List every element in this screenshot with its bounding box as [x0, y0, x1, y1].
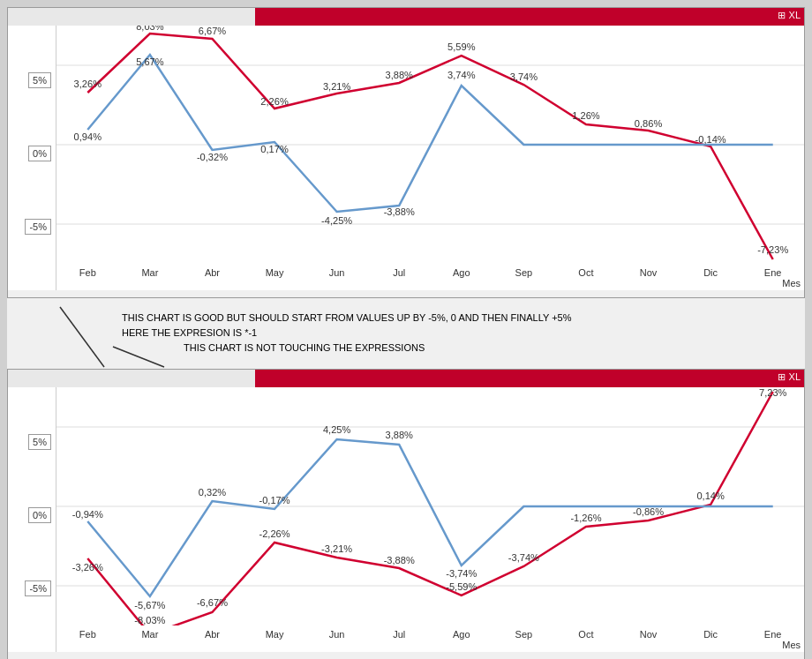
x-label-dic1: Dic — [680, 267, 742, 278]
chart1-red-label-sep: 3,74% — [510, 71, 538, 82]
chart2-red-label-ago: -5,59% — [446, 581, 477, 592]
y-label-0pct: 0% — [28, 146, 51, 161]
x-label-sep2: Sep — [492, 629, 555, 640]
chart1-red-label-dic: -0,14% — [695, 134, 726, 145]
chart2-y-label-neg5pct: -5% — [25, 580, 51, 596]
chart1-header-bar — [255, 8, 804, 26]
chart1-x-axis: Feb Mar Abr May Jun Jul Ago Sep Oct Nov … — [56, 264, 804, 290]
annotation2-text: THIS CHART IS NOT TOUCHING THE EXPRESSIO… — [184, 342, 425, 353]
chart2-red-label-ene: 7,23% — [759, 387, 787, 398]
x-label-nov2: Nov — [617, 629, 680, 640]
x-label-ene1: Ene — [741, 267, 804, 278]
chart2-svg-area: -3,26% -8,03% -6,67% -2,26% -3,21% -3,88… — [56, 387, 804, 625]
chart1-header: ⊞ XL — [8, 8, 804, 26]
chart1-red-label-jun: 3,21% — [323, 81, 351, 92]
chart2-red-label-sep: -3,74% — [508, 552, 539, 563]
annotation-area: THIS CHART IS GOOD BUT SHOULD START FROM… — [7, 298, 805, 369]
x-label-jun2: Jun — [305, 629, 368, 640]
chart1-blue-line — [87, 55, 772, 212]
chart1-blue-label-may: 0,17% — [260, 144, 289, 154]
chart2-red-label-may: -2,26% — [259, 528, 289, 539]
chart1-blue-label-ago2: 3,74% — [447, 70, 476, 80]
chart2-y-label-5pct: 5% — [28, 434, 51, 450]
x-label-may2: May — [244, 629, 306, 640]
x-label-mar2: Mar — [119, 629, 182, 640]
chart2-blue-label-ago2: -3,74% — [446, 568, 477, 579]
chart2-body: 5% 0% -5% -3,26% -8,03% -6,67% -2,26% -3… — [8, 387, 804, 652]
x-label-nov1: Nov — [617, 267, 680, 278]
x-label-jul1: Jul — [368, 267, 431, 278]
chart2-red-label-dic: 0,14% — [696, 491, 725, 501]
x-label-oct2: Oct — [555, 629, 618, 640]
chart2-header-icon: ⊞ XL — [778, 371, 801, 383]
chart2-header: ⊞ XL — [8, 370, 804, 387]
x-label-may1: May — [244, 267, 306, 278]
chart1-header-left — [8, 8, 255, 26]
chart1-red-label-mar: 8,03% — [136, 26, 164, 32]
chart1-red-label-ago: 5,59% — [447, 41, 476, 52]
chart2-red-label-oct: -1,26% — [570, 513, 601, 523]
chart2-red-label-mar: -8,03% — [134, 615, 165, 625]
chart2-y-axis: 5% 0% -5% — [8, 387, 56, 652]
x-label-jul2: Jul — [368, 629, 431, 640]
chart2-blue-label-feb: -0,94% — [72, 509, 103, 520]
x-label-oct1: Oct — [555, 267, 618, 278]
chart1-blue-label-abr: -0,32% — [197, 152, 228, 162]
x-label-feb1: Feb — [56, 267, 119, 278]
chart2-blue-label-jul: 3,88% — [386, 430, 414, 440]
chart1-red-label-jul: 3,88% — [386, 70, 414, 80]
chart2-red-label-jun: -3,21% — [321, 543, 352, 554]
chart1-header-icon: ⊞ XL — [778, 10, 801, 21]
chart1-body: 5% 0% -5% 3,26% 8,03% 6,67% 2,26% — [8, 26, 804, 290]
x-label-sep1: Sep — [492, 267, 555, 278]
chart1-container: ⊞ XL 5% 0% -5% 3,26% 8,03% — [7, 7, 805, 298]
x-label-ene2: Ene — [741, 629, 804, 640]
chart2-header-left — [8, 370, 255, 387]
chart2-x-title: Mes — [782, 640, 801, 650]
x-label-mar1: Mar — [119, 267, 182, 278]
y-label-5pct: 5% — [28, 72, 51, 88]
chart2-blue-line — [87, 439, 772, 596]
chart2-red-label-abr: -6,67% — [197, 597, 228, 608]
annotation-line1: THIS CHART IS GOOD BUT SHOULD START FROM… — [122, 311, 572, 326]
annotation-text-block: THIS CHART IS GOOD BUT SHOULD START FROM… — [122, 311, 572, 340]
chart1-y-axis: 5% 0% -5% — [8, 26, 56, 290]
x-label-abr2: Abr — [181, 629, 244, 640]
chart2-blue-label-jun: 4,25% — [323, 424, 351, 435]
chart2-y-label-0pct: 0% — [28, 507, 51, 523]
x-label-ago1: Ago — [430, 267, 492, 278]
chart1-svg-area: 3,26% 8,03% 6,67% 2,26% 3,21% 3,88% 5,59… — [56, 26, 804, 264]
chart2-blue-label-may: -0,17% — [259, 495, 289, 505]
chart2-blue-label-mar: -5,67% — [134, 600, 165, 610]
x-label-abr1: Abr — [181, 267, 244, 278]
y-label-neg5pct: -5% — [25, 219, 51, 235]
chart1-blue-label-jul: -3,88% — [384, 206, 415, 217]
x-label-feb2: Feb — [56, 629, 119, 640]
chart1-red-label-nov: 0,86% — [635, 118, 663, 129]
chart1-red-label-oct: 1,26% — [572, 110, 600, 121]
chart1-red-label-may: 2,26% — [260, 96, 289, 107]
annotation-line2: HERE THE EXPRESION IS *-1 — [122, 326, 572, 341]
chart2-svg: -3,26% -8,03% -6,67% -2,26% -3,21% -3,88… — [56, 387, 804, 625]
chart2-x-axis: Feb Mar Abr May Jun Jul Ago Sep Oct Nov … — [56, 625, 804, 652]
chart1-red-label-ene: -7,23% — [757, 244, 788, 255]
chart2-header-bar — [255, 370, 804, 387]
chart1-red-label-abr: 6,67% — [199, 26, 227, 36]
chart1-blue-label-feb: 0,94% — [74, 131, 102, 142]
x-label-ago2: Ago — [430, 629, 492, 640]
chart2-red-label-jul: -3,88% — [384, 555, 415, 565]
x-label-jun1: Jun — [305, 267, 368, 278]
chart1-blue-label-mar: 5,67% — [136, 56, 164, 67]
chart2-red-label-nov: -0,86% — [633, 506, 664, 517]
chart2-blue-label-abr: 0,32% — [199, 487, 227, 498]
chart1-blue-label-jun: -4,25% — [321, 215, 352, 226]
annotation-arrow-line — [60, 307, 104, 367]
x-label-dic2: Dic — [680, 629, 742, 640]
chart1-red-label-feb: 3,26% — [74, 79, 102, 89]
chart2-container: ⊞ XL 5% 0% -5% -3,26% -8,03% -6,67% — [7, 369, 805, 659]
chart1-svg: 3,26% 8,03% 6,67% 2,26% 3,21% 3,88% 5,59… — [56, 26, 804, 264]
chart2-red-label-feb: -3,26% — [72, 562, 103, 573]
chart1-x-title: Mes — [782, 278, 801, 288]
